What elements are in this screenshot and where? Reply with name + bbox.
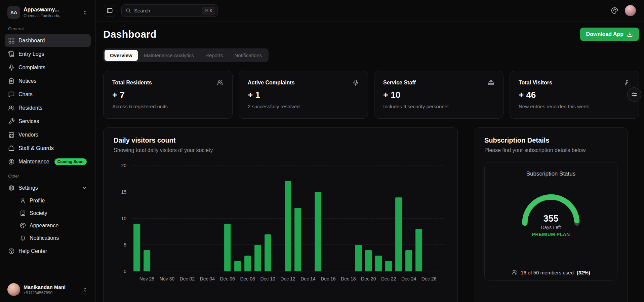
sidebar-item-services[interactable]: Services (5, 115, 91, 128)
chevrons-up-down-icon (82, 10, 88, 15)
user-info: Manikandan Mani +911234567890 (24, 284, 66, 295)
stat-card-total-visitors: Total Visitors+ 46New entries recorded t… (510, 71, 639, 119)
sidebar-item-dashboard[interactable]: Dashboard (5, 34, 91, 47)
sidebar-item-label: Dashboard (18, 38, 45, 44)
chart-title: Daily visitors count (114, 137, 447, 144)
store-icon (8, 131, 15, 138)
settings-submenu: ProfileSocietyAppearanceNotifications (14, 195, 91, 244)
stat-title: Active Complaints (248, 80, 295, 86)
stat-card-header: Total Residents (112, 79, 224, 86)
stat-value: + 10 (383, 90, 494, 100)
chart-bar[interactable] (133, 224, 140, 271)
daily-visitors-chart: 05101520Nov 28Nov 30Dec 02Dec 04Dec 06De… (132, 165, 444, 271)
chart-bar[interactable] (234, 261, 241, 272)
chart-bar[interactable] (224, 224, 231, 271)
help-icon (8, 248, 15, 255)
sidebar-subitem-label: Appearance (30, 223, 58, 229)
search-input[interactable] (134, 8, 199, 13)
x-axis-label: Dec 24 (401, 276, 416, 281)
users-icon (217, 79, 224, 86)
page-content: Dashboard Download App OverviewMaintenan… (96, 22, 644, 302)
theme-customizer-button[interactable] (611, 7, 618, 14)
app-root: AA Appaswamy... Chennai, Tamilnadu,... G… (0, 0, 644, 302)
chart-bar[interactable] (375, 256, 382, 271)
profile-avatar[interactable] (625, 5, 636, 16)
chart-bar[interactable] (405, 250, 412, 271)
chart-bar[interactable] (244, 256, 251, 271)
chart-bar[interactable] (144, 250, 150, 271)
bottom-grid: Daily visitors count Showing total daily… (103, 127, 639, 302)
members-used-row: 16 of 50 members used (32%) (493, 269, 609, 275)
chat-icon (8, 91, 15, 98)
tab-overview[interactable]: Overview (105, 50, 138, 61)
x-axis-label: Dec 26 (421, 276, 436, 281)
coming-soon-badge: Coming Soon (54, 158, 87, 165)
download-app-label: Download App (586, 31, 623, 37)
chart-bar[interactable] (265, 234, 271, 271)
chart-bar[interactable] (385, 261, 392, 272)
org-location: Chennai, Tamilnadu,... (24, 13, 79, 18)
sidebar-item-chats[interactable]: Chats (5, 88, 91, 101)
sidebar-item-entry-logs[interactable]: Entry Logs (5, 47, 91, 61)
sidebar-subitem-profile[interactable]: Profile (16, 195, 91, 207)
stat-card-service-staff: Service Staff+ 10Includes 9 security per… (374, 71, 504, 119)
sidebar-item-vendors[interactable]: Vendors (5, 128, 91, 141)
quick-settings-fab[interactable] (627, 87, 641, 102)
chart-bar[interactable] (315, 192, 322, 271)
sidebar-item-settings[interactable]: Settings (5, 181, 91, 194)
page-header: Dashboard Download App (103, 28, 639, 41)
x-axis-label: Dec 06 (220, 276, 235, 281)
sidebar-item-residents[interactable]: Residents (5, 101, 91, 114)
sidebar-item-label: Complaints (18, 65, 45, 71)
page-title: Dashboard (103, 29, 157, 40)
user-phone: +911234567890 (24, 291, 66, 295)
nav-section-label: Other (8, 174, 87, 179)
sidebar-item-help-center[interactable]: Help Center (5, 244, 91, 258)
sidebar-item-label: Maintenance (18, 159, 49, 165)
download-app-button[interactable]: Download App (580, 28, 639, 41)
sidebar-subitem-appearance[interactable]: Appearance (16, 220, 91, 232)
user-menu[interactable]: Manikandan Mani +911234567890 (5, 280, 91, 299)
days-left-gauge: 355 Days Left (519, 191, 583, 226)
chart-bar[interactable] (415, 229, 422, 271)
tab-notifications[interactable]: Notifications (229, 50, 268, 61)
x-axis-label: Dec 20 (361, 276, 376, 281)
stat-title: Total Residents (112, 80, 152, 86)
search-box[interactable]: ⌘ K (121, 4, 218, 17)
gear-icon (8, 185, 15, 191)
org-switcher[interactable]: AA Appaswamy... Chennai, Tamilnadu,... (5, 4, 91, 21)
members-used-percent: (32%) (577, 270, 590, 275)
stat-subtitle: Across 6 registered units (112, 104, 224, 109)
tab-reports[interactable]: Reports (200, 50, 229, 61)
chart-bar[interactable] (285, 181, 291, 271)
hardhat-icon (488, 79, 494, 86)
sidebar-item-label: Vendors (18, 132, 38, 138)
search-shortcut-badge: ⌘ K (202, 7, 215, 14)
chart-bar[interactable] (254, 245, 261, 271)
tab-maintenance-analytics[interactable]: Maintenance Analytics (138, 50, 199, 61)
briefcase-icon (8, 145, 15, 152)
sidebar-item-label: Services (18, 118, 39, 124)
chart-bar[interactable] (395, 197, 402, 272)
mic-icon (8, 64, 15, 71)
sidebar-item-label: Settings (18, 185, 38, 191)
chart-bar[interactable] (355, 245, 362, 271)
y-axis-label: 5 (124, 242, 126, 248)
sidebar-item-notices[interactable]: Notices (5, 74, 91, 87)
sidebar-item-maintenance[interactable]: MaintenanceComing Soon (5, 155, 91, 168)
sidebar-item-label: Entry Logs (18, 51, 44, 57)
sidebar-subitem-notifications[interactable]: Notifications (16, 232, 91, 244)
panel-left-icon (107, 7, 113, 14)
x-axis-label: Nov 30 (160, 276, 174, 281)
sidebar-toggle-button[interactable] (104, 5, 115, 16)
subscription-card: Subscription Details Please find your su… (474, 127, 628, 302)
sidebar-item-staff-guards[interactable]: Staff & Guards (5, 142, 91, 155)
download-icon (627, 31, 633, 37)
org-info: Appaswamy... Chennai, Tamilnadu,... (24, 7, 79, 18)
chart-bar[interactable] (295, 208, 301, 271)
chart-bar[interactable] (365, 250, 372, 271)
sidebar-subitem-society[interactable]: Society (16, 207, 91, 219)
stat-value: + 46 (519, 90, 630, 100)
users-icon (512, 269, 518, 275)
sidebar-item-complaints[interactable]: Complaints (5, 61, 91, 74)
